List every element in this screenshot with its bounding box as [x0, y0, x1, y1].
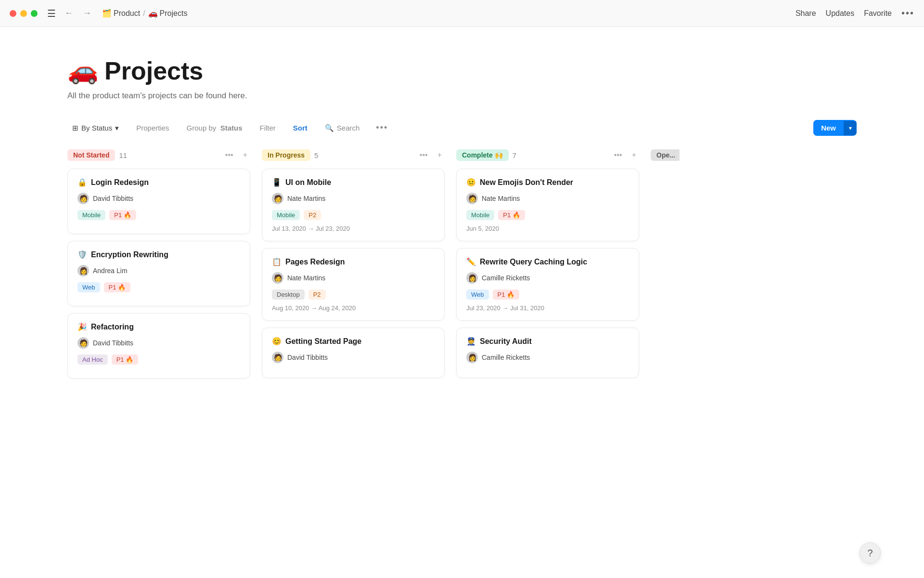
column-more-button[interactable]: •••	[417, 150, 431, 160]
column-header-partial: Ope...	[651, 149, 680, 161]
properties-button[interactable]: Properties	[131, 121, 174, 135]
card-assignee: 🧑David Tibbitts	[272, 352, 435, 363]
card-title: 📱UI on Mobile	[272, 178, 435, 187]
card[interactable]: 🎉Refactoring🧑David TibbittsAd HocP1 🔥	[67, 313, 250, 379]
assignee-name: Andrea Lim	[93, 267, 128, 275]
toolbar-more-button[interactable]: •••	[372, 121, 392, 135]
column-open-partial: Ope...	[651, 149, 680, 385]
card-title-text: Encryption Rewriting	[91, 250, 168, 259]
breadcrumb-product[interactable]: 🗂️ Product	[102, 9, 140, 18]
breadcrumb-separator: /	[143, 9, 145, 18]
tag: Mobile	[272, 210, 300, 220]
column-count: 5	[314, 151, 318, 159]
new-button[interactable]: New	[813, 120, 844, 136]
column-add-button[interactable]: +	[629, 150, 639, 160]
assignee-name: David Tibbitts	[93, 195, 133, 202]
assignee-name: Nate Martins	[287, 195, 325, 202]
card-title-text: Getting Started Page	[285, 337, 361, 346]
forward-button[interactable]: →	[80, 7, 94, 19]
breadcrumb-projects[interactable]: 🚗 Projects	[148, 9, 188, 18]
card-assignee: 🧑Nate Martins	[272, 272, 435, 284]
card-title: ✏️Rewrite Query Caching Logic	[466, 257, 629, 266]
updates-button[interactable]: Updates	[826, 9, 855, 18]
card-icon: 📱	[272, 178, 282, 187]
breadcrumb-projects-label: Projects	[160, 9, 188, 18]
avatar: 🧑	[272, 193, 283, 204]
page-description: All the product team's projects can be f…	[67, 91, 857, 101]
favorite-button[interactable]: Favorite	[864, 9, 892, 18]
back-button[interactable]: ←	[62, 7, 76, 19]
assignee-name: Nate Martins	[482, 195, 520, 202]
projects-icon: 🚗	[148, 9, 158, 18]
column-add-button[interactable]: +	[240, 150, 250, 160]
card[interactable]: 🛡️Encryption Rewriting👩Andrea LimWebP1 🔥	[67, 241, 250, 306]
card[interactable]: 😊Getting Started Page🧑David Tibbitts	[262, 328, 445, 378]
board: Not Started11•••+🔒Login Redesign🧑David T…	[67, 149, 857, 395]
tag: P2	[308, 289, 326, 300]
tag: P1 🔥	[109, 210, 136, 220]
share-button[interactable]: Share	[796, 9, 816, 18]
minimize-button[interactable]	[20, 10, 27, 17]
card-tags: MobileP2	[272, 210, 435, 220]
tag: Desktop	[272, 289, 305, 300]
column-more-button[interactable]: •••	[222, 150, 236, 160]
new-dropdown-button[interactable]: ▾	[844, 121, 857, 135]
column-complete: Complete 🙌7•••+😐New Emojis Don't Render🧑…	[456, 149, 639, 385]
help-button[interactable]: ?	[860, 542, 881, 564]
card[interactable]: 📋Pages Redesign🧑Nate MartinsDesktopP2Aug…	[262, 248, 445, 321]
card-icon: 😊	[272, 337, 282, 346]
page-title-text: Projects	[104, 56, 203, 85]
traffic-lights	[10, 10, 38, 17]
card-icon: 😐	[466, 178, 476, 187]
breadcrumb: 🗂️ Product / 🚗 Projects	[102, 9, 187, 18]
status-badge: In Progress	[262, 149, 310, 161]
column-not-started: Not Started11•••+🔒Login Redesign🧑David T…	[67, 149, 250, 385]
column-count: 7	[513, 151, 516, 159]
filter-button[interactable]: Filter	[255, 121, 280, 135]
card-title-text: UI on Mobile	[285, 178, 331, 187]
card-assignee: 🧑Nate Martins	[272, 193, 435, 204]
tag: P1 🔥	[112, 355, 139, 365]
group-by-label: Group by	[187, 124, 217, 132]
card-title: 📋Pages Redesign	[272, 257, 435, 266]
avatar: 🧑	[77, 193, 89, 204]
card[interactable]: ✏️Rewrite Query Caching Logic👩Camille Ri…	[456, 248, 639, 321]
column-add-button[interactable]: +	[435, 150, 445, 160]
column-header: Complete 🙌7•••+	[456, 149, 639, 161]
card-dates: Aug 10, 2020 → Aug 24, 2020	[272, 304, 435, 312]
more-options-button[interactable]: •••	[901, 8, 914, 19]
card-title-text: Security Audit	[480, 337, 532, 346]
status-badge: Not Started	[67, 149, 115, 161]
tag: P1 🔥	[493, 289, 520, 300]
card[interactable]: 😐New Emojis Don't Render🧑Nate MartinsMob…	[456, 169, 639, 241]
assignee-name: Nate Martins	[287, 274, 325, 282]
column-more-button[interactable]: •••	[611, 150, 625, 160]
card-tags: MobileP1 🔥	[466, 210, 629, 220]
card-tags: WebP1 🔥	[77, 282, 240, 292]
sidebar-toggle-button[interactable]: ☰	[47, 8, 56, 19]
group-by-status-button[interactable]: Group by Status	[182, 121, 247, 135]
tag: Web	[466, 289, 489, 300]
card[interactable]: 📱UI on Mobile🧑Nate MartinsMobileP2Jul 13…	[262, 169, 445, 241]
avatar: 🧑	[466, 193, 478, 204]
chevron-down-icon: ▾	[115, 124, 119, 132]
sort-button[interactable]: Sort	[288, 121, 312, 135]
maximize-button[interactable]	[31, 10, 38, 17]
card-tags: MobileP1 🔥	[77, 210, 240, 220]
tag: Mobile	[77, 210, 105, 220]
search-label: Search	[337, 124, 360, 132]
group-by-button[interactable]: ⊞ By Status ▾	[67, 121, 124, 135]
card[interactable]: 🔒Login Redesign🧑David TibbittsMobileP1 🔥	[67, 169, 250, 234]
card-assignee: 👩Andrea Lim	[77, 265, 240, 276]
card[interactable]: 👮Security Audit👩Camille Ricketts	[456, 328, 639, 378]
column-header: In Progress5•••+	[262, 149, 445, 161]
product-icon: 🗂️	[102, 9, 112, 18]
card-dates: Jul 13, 2020 → Jul 23, 2020	[272, 225, 435, 232]
search-button[interactable]: 🔍 Search	[320, 121, 365, 135]
card-title-text: New Emojis Don't Render	[480, 178, 573, 187]
assignee-name: Camille Ricketts	[482, 354, 530, 361]
close-button[interactable]	[10, 10, 16, 17]
card-assignee: 🧑David Tibbitts	[77, 193, 240, 204]
page-title: 🚗 Projects	[67, 56, 857, 85]
status-badge-partial: Ope...	[651, 149, 680, 161]
